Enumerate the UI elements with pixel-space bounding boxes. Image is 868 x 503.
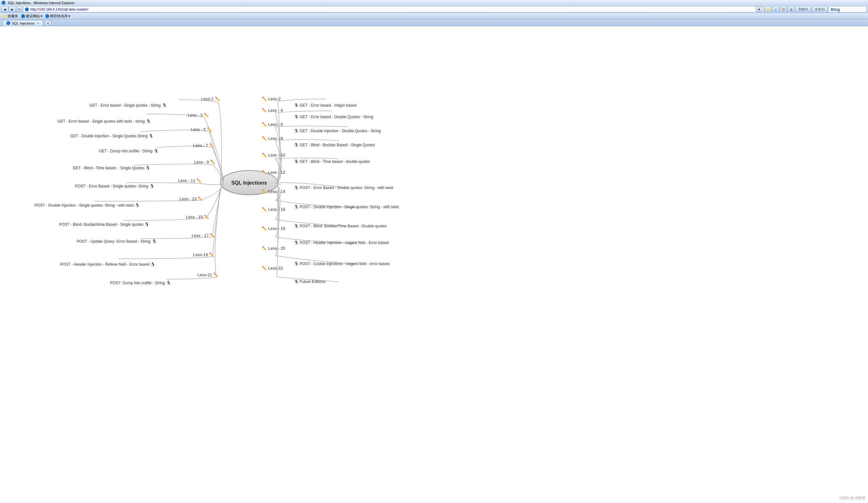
node-less9: Less - 9 ✏️ xyxy=(194,160,216,165)
web-slice[interactable]: 🔵 网页快讯库 ▾ xyxy=(45,14,70,19)
bing-search-box[interactable]: Bing xyxy=(828,6,867,12)
desc-less16: 🐧 POST - Blind- Boolian/Time Based - Dou… xyxy=(294,224,386,228)
star-icon: ⭐ xyxy=(2,14,7,18)
node-less19: Less-19 ✏️ xyxy=(193,252,215,257)
node-less8: ✏️ Less - 8 xyxy=(262,136,283,141)
dropdown-icon2: ▾ xyxy=(68,14,70,18)
node-less3: Less - 3 ✏️ xyxy=(188,112,209,118)
node-less20: ✏️ Less - 20 xyxy=(262,246,285,251)
node-less18: ✏️ Less - 18 xyxy=(262,226,285,231)
tab-sql-injections[interactable]: 🔵 SQL Injections ✕ xyxy=(2,20,43,26)
title-bar: 🔵 SQL Injections - Windows Internet Expl… xyxy=(0,0,868,6)
ie-icon-fav2: 🔵 xyxy=(45,14,50,18)
tab-ie-icon: 🔵 xyxy=(6,21,11,25)
node-less4: ✏️ Less - 4 xyxy=(262,107,283,113)
desc-less19: POST - Header Injection - Referer field … xyxy=(60,262,155,267)
desc-less17: POST - Update Query- Error Based - Strin… xyxy=(77,239,156,244)
tab-label: SQL Injections xyxy=(12,21,34,25)
tab-bar: 🔵 SQL Injections ✕ + xyxy=(0,20,868,26)
desc-less6: 🐧 GET - Double Injection - Double Quotes… xyxy=(294,129,381,133)
bing-logo: Bing xyxy=(831,7,840,12)
desc-less8: 🐧 GET - Blind - Boolian Based - Single Q… xyxy=(294,142,375,147)
favorites-bar: ⭐ 收藏夹 🔵 建议网站 ▾ 🔵 网页快讯库 ▾ xyxy=(0,13,868,20)
node-less6: ✏️ Less - 6 xyxy=(262,122,283,127)
node-less5: Less - 5 ✏️ xyxy=(191,127,213,132)
safety-button[interactable]: 安全(S) xyxy=(812,6,828,12)
center-node-text: SQL Injections xyxy=(231,180,267,186)
node-less7: Less - 7 ✏️ xyxy=(193,143,215,148)
back-button[interactable]: ◀ xyxy=(1,6,8,12)
desc-less15: POST - Blind- Boolian/time Based - Singl… xyxy=(59,222,149,227)
ie-icon-fav1: 🔵 xyxy=(21,14,25,18)
home-button[interactable]: 🏠 xyxy=(780,6,787,12)
node-less15: Less - 15 ✏️ xyxy=(186,214,209,220)
node-less14: ✏️ Less - 14 xyxy=(262,189,285,194)
browser-chrome: 🔵 SQL Injections - Windows Internet Expl… xyxy=(0,0,868,26)
node-less17: Less - 17 ✏️ xyxy=(192,233,215,238)
desc-less21: POST- Dump into outfile - String 🐧 xyxy=(110,280,171,285)
desc-less5: GET - Double Injection - Single Quotes S… xyxy=(70,133,153,138)
refresh-button[interactable]: ↻ xyxy=(17,6,22,12)
address-bar[interactable]: 🔵 http://192.168.6.142/sqli-labs-master/… xyxy=(23,6,764,12)
node-less2: ✏️ Less-2 xyxy=(262,96,281,102)
desc-less4: 🐧 GET - Error based - Double Quotes - St… xyxy=(294,114,373,119)
node-less1: Less-1 ✏️ xyxy=(201,96,220,102)
nav-icons: ⭐ 📡 🏠 🖨 页面(P) 安全(S) xyxy=(765,6,828,12)
dropdown-icon: ▾ xyxy=(41,14,42,18)
desc-less22: 🐧 Future Editions xyxy=(294,279,326,284)
desc-less20: 🐧 POST - Cookie injections - Uagent fiel… xyxy=(294,261,390,266)
url-text: http://192.168.6.142/sqli-labs-master/ xyxy=(30,7,756,11)
desc-less2: 🐧 GET - Error based - Intiger based xyxy=(294,103,356,107)
address-ie-icon: 🔵 xyxy=(24,7,29,11)
desc-less14: 🐧 POST - Double Injection - Single quote… xyxy=(294,204,399,209)
desc-less1: GET - Error based - Single quotes - Stri… xyxy=(90,103,167,107)
favorites-star-button[interactable]: ⭐ xyxy=(765,6,772,12)
node-less13: Less - 13 ✏️ xyxy=(179,196,203,202)
tab-close-icon[interactable]: ✕ xyxy=(37,22,40,25)
node-less10: ✏️ Less - 10 xyxy=(262,152,285,158)
desc-less10: 🐧 GET - Blind - Time based - double quot… xyxy=(294,159,370,164)
desc-less3: GET - Error based - Single quotes with t… xyxy=(58,119,151,124)
address-go-button[interactable]: ▾ xyxy=(756,7,762,12)
node-less12: ✏️ Less - 12 xyxy=(262,170,285,175)
main-content: SQL Injections xyxy=(0,26,868,492)
desc-less18: 🐧 POST - Header Injection - Uagent field… xyxy=(294,240,389,245)
favorites-label[interactable]: ⭐ 收藏夹 xyxy=(2,14,18,19)
rss-button[interactable]: 📡 xyxy=(772,6,779,12)
desc-less9: GET - Blind - Time based. - Single Quote… xyxy=(73,165,150,170)
desc-less12: 🐧 POST - Error Based - Double quotes- St… xyxy=(294,185,393,190)
desc-less7: GET - Dump into outfile - String 🐧 xyxy=(99,148,158,153)
node-less21: Less-21 ✏️ xyxy=(197,272,219,278)
ie-icon: 🔵 xyxy=(1,1,6,5)
mindmap-svg: SQL Injections xyxy=(0,26,868,492)
window-title: SQL Injections - Windows Internet Explor… xyxy=(8,1,75,5)
desc-less13: POST - Double Injection - Single quotes-… xyxy=(34,203,140,208)
node-less16: ✏️ Less - 16 xyxy=(262,207,285,212)
forward-button[interactable]: ▶ xyxy=(9,6,16,12)
node-less22: ✏️ Less-22 xyxy=(262,265,283,271)
nav-bar: ◀ ▶ ↻ 🔵 http://192.168.6.142/sqli-labs-m… xyxy=(0,6,868,13)
page-button[interactable]: 页面(P) xyxy=(795,6,811,12)
print-button[interactable]: 🖨 xyxy=(787,6,795,12)
desc-less11: POST - Error Based - Single quotes- Stri… xyxy=(75,184,154,188)
suggested-sites[interactable]: 🔵 建议网站 ▾ xyxy=(21,14,42,19)
node-less11: Less - 11 ✏️ xyxy=(178,178,202,183)
new-tab-button[interactable]: + xyxy=(44,20,51,26)
